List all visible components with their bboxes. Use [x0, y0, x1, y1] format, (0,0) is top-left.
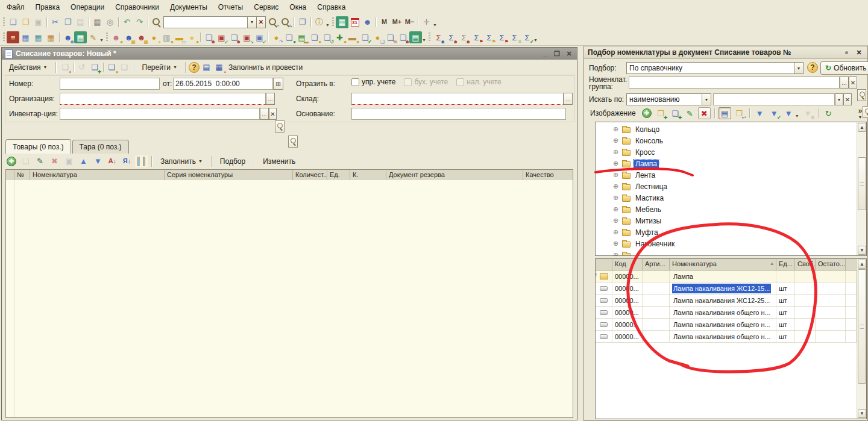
group-search-icon[interactable] — [857, 89, 866, 101]
sum-flag-red-icon[interactable]: Σ⚑ — [470, 31, 483, 43]
column-header[interactable] — [596, 259, 612, 270]
warehouse-select-button[interactable]: ... — [564, 93, 573, 105]
expand-icon[interactable]: ⊕ — [612, 252, 619, 256]
hierarchy-view-icon[interactable]: ▤ — [719, 107, 731, 119]
tree-scrollbar[interactable]: ▲ ▼ — [857, 122, 866, 255]
bank-icon[interactable]: ▥● — [160, 31, 173, 43]
scrollbar-thumb[interactable] — [858, 157, 866, 210]
expand-icon[interactable]: ⊕ — [612, 172, 619, 178]
nomenclature-table[interactable]: КодАрти...НоменклатураЕд...Своб...Остато… — [595, 258, 867, 419]
copy-doc-icon[interactable]: ❏✚ — [89, 61, 101, 73]
column-header[interactable]: Ед... — [776, 259, 795, 270]
expand-icon[interactable]: ⊕ — [612, 240, 619, 247]
find-next-icon[interactable]: ↷ — [279, 16, 292, 28]
copy-item-icon[interactable]: ❏✚ — [669, 107, 682, 119]
refresh-button[interactable]: ↻ Обновить — [820, 61, 868, 75]
write-doc-icon[interactable]: ❏◄ — [59, 61, 72, 73]
table-row[interactable]: 00000... Лампа — [596, 270, 857, 282]
calendar-icon[interactable]: 31 — [348, 16, 361, 28]
menu-file[interactable]: Файл — [1, 1, 30, 14]
find-previous-icon[interactable]: ↶ — [266, 16, 279, 28]
goods-issue-icon[interactable]: ▣↘ — [241, 31, 253, 43]
goods-grid-header[interactable]: №НоменклатураСерия номенклатурыКоличест.… — [5, 169, 573, 181]
list-settings-icon[interactable]: ▤ — [200, 61, 213, 73]
open-icon[interactable]: ❒ — [19, 16, 32, 28]
row-down-icon[interactable]: ▼ — [92, 155, 104, 167]
column-header[interactable]: Остато... — [816, 259, 846, 270]
organization-select-button[interactable]: ... — [266, 93, 275, 105]
tab-goods[interactable]: Товары (0 поз.) — [5, 139, 71, 154]
tree-item[interactable]: ⊕ — [596, 249, 856, 256]
scroll-up-icon[interactable]: ▲ — [858, 123, 866, 132]
clear-filter-icon[interactable]: ▼✖ — [802, 107, 814, 119]
search-icon[interactable] — [150, 16, 163, 28]
doc-exchange-icon[interactable]: ❏↺ — [321, 31, 333, 43]
subtract-money-doc-icon[interactable]: ▬● — [346, 31, 359, 43]
document-titlebar[interactable]: Списание товаров: Новый * _ ❐ ✕ — [2, 48, 577, 60]
hierarchy-tree-icon[interactable]: ▤ — [409, 31, 422, 43]
doc-money-icon[interactable]: ●❏ — [371, 31, 384, 43]
windows-icon[interactable]: ❐ — [296, 16, 309, 28]
incoming-payment-icon[interactable]: ❏● — [283, 31, 295, 43]
checkbox-nal-uchet[interactable]: нал. учете — [456, 78, 502, 86]
copy-icon[interactable]: ❐ — [61, 16, 74, 28]
table-scrollbar[interactable]: ▲ ▼ — [857, 259, 866, 419]
sort-desc-icon[interactable]: Я↓ — [121, 155, 133, 167]
clear-search-icon[interactable]: ✕ — [256, 17, 265, 28]
set-filter-icon[interactable]: ▼ — [753, 107, 766, 119]
help-button[interactable]: ? — [807, 62, 818, 73]
tree-item[interactable]: ⊕ Лестница — [596, 181, 856, 192]
goods-grid-body[interactable] — [5, 180, 573, 418]
change-button[interactable]: Изменить — [258, 155, 300, 168]
memory-minus-icon[interactable]: M− — [403, 16, 416, 28]
filter-by-value-icon[interactable]: ▼✔ — [768, 107, 781, 119]
filter-menu-icon[interactable]: ▼ — [782, 107, 795, 119]
barcode-icon[interactable]: ║║ — [135, 155, 148, 167]
nomenclature-group-field[interactable] — [629, 76, 840, 89]
cash-register-icon[interactable]: ▦ — [74, 31, 87, 43]
add-row-icon[interactable]: ✚ — [7, 157, 16, 166]
print-preview-icon[interactable]: ◎ — [104, 16, 116, 28]
add-group-icon[interactable]: ❒✚ — [655, 107, 667, 119]
table-row[interactable]: 00000... Лампа накаливания ЖС12-15... шт — [596, 282, 857, 295]
search-text-field[interactable] — [713, 93, 835, 105]
doc-coins-icon[interactable]: ❏● — [308, 31, 321, 43]
chevron-down-icon[interactable]: ▼ — [247, 17, 256, 28]
sum-approve-icon[interactable]: Σ✔ — [521, 31, 533, 43]
chevron-down-icon[interactable]: ▼ — [794, 63, 803, 73]
expand-icon[interactable]: ⊕ — [612, 229, 619, 235]
tree-item[interactable]: ⊕ Мастика — [596, 192, 856, 204]
add-item-icon[interactable]: ✚ — [642, 108, 652, 118]
unpost-doc-icon[interactable]: ❏ — [118, 61, 131, 73]
picker-titlebar[interactable]: Подбор номенклатуры в документ Списание … — [584, 46, 867, 59]
tree-item[interactable]: ⊕ Кольцо — [596, 123, 856, 135]
fill-and-post-button[interactable]: Заполнить и провести — [228, 63, 303, 72]
inventory-select-button[interactable]: ... — [260, 108, 269, 120]
print-form-icon[interactable]: ▦ — [32, 31, 45, 43]
column-header[interactable]: № — [14, 170, 30, 180]
expand-icon[interactable]: ⊕ — [612, 126, 619, 133]
organization-search-icon[interactable] — [275, 120, 285, 133]
sum-by-partner-icon[interactable]: Σ☻ — [458, 31, 470, 43]
fill-button[interactable]: Заполнить▼ — [156, 155, 207, 168]
help-button[interactable]: ? — [189, 62, 200, 73]
archive-cabinet-icon[interactable]: ≡ — [7, 31, 19, 43]
menu-edit[interactable]: Правка — [30, 1, 66, 14]
close-icon[interactable]: ✕ — [854, 49, 864, 57]
tree-item[interactable]: ⊕ Муфта — [596, 226, 856, 238]
tree-item[interactable]: ⊕ Консоль — [596, 135, 856, 146]
expand-icon[interactable]: ⊕ — [612, 206, 619, 213]
goto-button[interactable]: Перейти▼ — [137, 61, 183, 74]
edit-item-icon[interactable]: ✎ — [684, 107, 696, 119]
search-history-button[interactable]: ▼ — [835, 93, 843, 105]
service-settings-icon[interactable]: ✛ — [420, 16, 433, 28]
basis-field[interactable] — [351, 108, 566, 120]
expand-icon[interactable]: ⊕ — [612, 183, 619, 190]
organization-field[interactable] — [60, 93, 266, 105]
column-header[interactable]: Арти... — [643, 259, 670, 270]
actions-button[interactable]: Действия▼ — [4, 61, 52, 74]
chevron-down-icon[interactable]: ▼ — [855, 115, 866, 119]
minimize-icon[interactable]: _ — [540, 50, 550, 57]
column-header[interactable]: Качество — [523, 170, 573, 180]
tree-item[interactable]: ⊕ Кросс — [596, 146, 856, 158]
